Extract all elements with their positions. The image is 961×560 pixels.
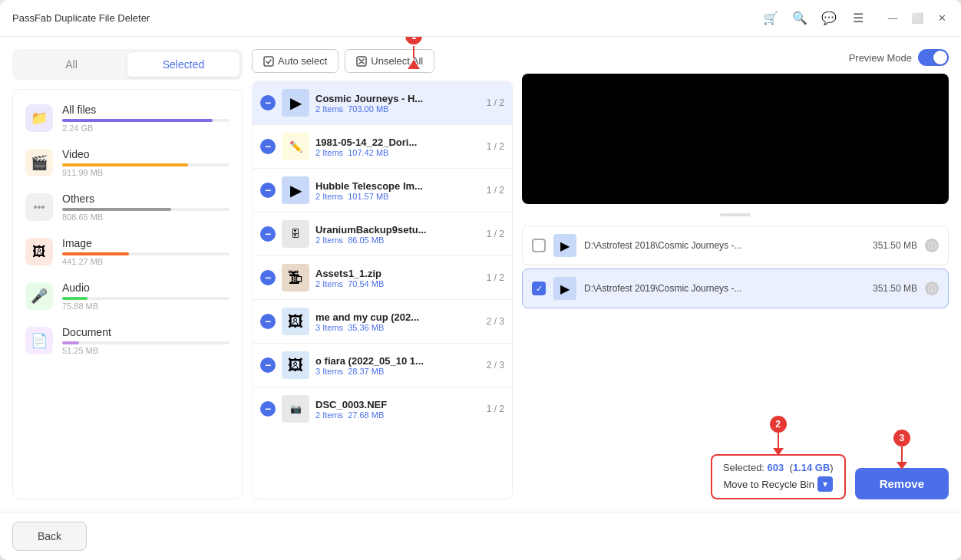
filetype-document-name: Document bbox=[62, 326, 230, 338]
file-item-5[interactable]: − 🖼 me and my cup (202... 3 Items 35.36 … bbox=[253, 300, 512, 344]
file-count-4: 1 / 2 bbox=[487, 272, 504, 283]
minus-btn-0[interactable]: − bbox=[260, 95, 276, 110]
minus-btn-1[interactable]: − bbox=[260, 139, 276, 154]
filetype-image[interactable]: 🖼 Image 441.27 MB bbox=[13, 229, 242, 274]
filetype-audio[interactable]: 🎤 Audio 75.88 MB bbox=[13, 274, 242, 318]
minus-btn-6[interactable]: − bbox=[260, 357, 276, 373]
tab-selected[interactable]: Selected bbox=[127, 52, 239, 77]
window-controls: — ⬜ ✕ bbox=[886, 12, 949, 25]
svg-rect-4 bbox=[264, 57, 273, 66]
close-button[interactable]: ✕ bbox=[935, 12, 949, 25]
compare-file-icon-0: ▶ bbox=[553, 234, 576, 257]
file-thumb-7: 📷 bbox=[282, 395, 309, 423]
auto-select-button[interactable]: Auto select bbox=[252, 49, 338, 73]
menu-icon[interactable]: ☰ bbox=[850, 11, 866, 26]
compare-row-1[interactable]: ▶ D:\Astrofest 2019\Cosmic Journeys -...… bbox=[522, 268, 949, 308]
tab-all[interactable]: All bbox=[15, 52, 127, 77]
filetype-image-size: 441.27 MB bbox=[62, 257, 230, 266]
filetype-audio-icon: 🎤 bbox=[25, 282, 53, 310]
file-name-0: Cosmic Journeys - H... bbox=[315, 93, 480, 104]
file-name-3: UraniumBackup9setu... bbox=[315, 224, 480, 236]
svg-point-0 bbox=[34, 206, 37, 209]
compare-row-0[interactable]: ▶ D:\Astrofest 2018\Cosmic Journeys -...… bbox=[522, 226, 949, 265]
badge-3-container: 3 Remove bbox=[855, 468, 949, 499]
file-list: − ▶ Cosmic Journeys - H... 2 Items 703.0… bbox=[252, 81, 513, 499]
compare-checkbox-1[interactable] bbox=[532, 282, 546, 295]
file-info-7: DSC_0003.NEF 2 Items 27.68 MB bbox=[315, 399, 480, 420]
file-name-6: o fiara (2022_05_10 1... bbox=[315, 355, 480, 367]
selected-info-top: Selected: 603 (1.14 GB) bbox=[723, 462, 834, 473]
svg-marker-7 bbox=[897, 462, 907, 469]
app-window: PassFab Duplicate File Deleter 🛒 🔍 💬 ☰ —… bbox=[0, 0, 961, 560]
minus-btn-7[interactable]: − bbox=[260, 401, 276, 417]
minus-btn-2[interactable]: − bbox=[260, 183, 276, 198]
filetype-image-name: Image bbox=[62, 237, 230, 249]
filetype-video[interactable]: 🎬 Video 911.99 MB bbox=[13, 140, 242, 185]
compare-checkbox-0[interactable] bbox=[532, 239, 546, 252]
svg-marker-3 bbox=[408, 60, 420, 69]
filetype-video-size: 911.99 MB bbox=[62, 168, 230, 177]
svg-marker-6 bbox=[773, 448, 784, 456]
file-item-3[interactable]: − 🗄 UraniumBackup9setu... 2 Items 86.05 … bbox=[253, 212, 512, 256]
filetype-video-name: Video bbox=[62, 148, 230, 160]
file-thumb-0: ▶ bbox=[282, 89, 309, 117]
file-item-6[interactable]: − 🖼 o fiara (2022_05_10 1... 3 Items 28.… bbox=[253, 344, 512, 387]
filetype-others-info: Others 808.65 MB bbox=[62, 193, 230, 222]
preview-header: Preview Mode bbox=[522, 49, 949, 66]
file-item-7[interactable]: − 📷 DSC_0003.NEF 2 Items 27.68 MB 1 / 2 bbox=[253, 387, 512, 430]
file-name-5: me and my cup (202... bbox=[315, 311, 480, 323]
filetype-others[interactable]: Others 808.65 MB bbox=[13, 185, 242, 229]
filetype-all[interactable]: 📁 All files 2.24 GB bbox=[13, 96, 242, 140]
dropdown-arrow[interactable]: ▾ bbox=[817, 476, 833, 492]
file-meta-6: 3 Items 28.37 MB bbox=[315, 367, 480, 376]
minus-btn-5[interactable]: − bbox=[260, 314, 276, 329]
file-item-0[interactable]: − ▶ Cosmic Journeys - H... 2 Items 703.0… bbox=[253, 81, 512, 125]
file-name-1: 1981-05-14_22_Dori... bbox=[315, 137, 480, 148]
file-count-3: 1 / 2 bbox=[487, 229, 504, 239]
filetype-image-icon: 🖼 bbox=[25, 238, 53, 265]
file-count-7: 1 / 2 bbox=[487, 404, 504, 414]
minus-btn-3[interactable]: − bbox=[260, 226, 276, 242]
filetype-audio-size: 75.88 MB bbox=[62, 301, 230, 311]
minus-btn-4[interactable]: − bbox=[260, 270, 276, 285]
maximize-button[interactable]: ⬜ bbox=[910, 12, 924, 25]
divider-handle bbox=[720, 213, 751, 216]
preview-mode-label: Preview Mode bbox=[849, 52, 912, 64]
file-meta-5: 3 Items 35.36 MB bbox=[315, 323, 480, 332]
file-meta-2: 2 Items 101.57 MB bbox=[315, 192, 480, 201]
file-count-0: 1 / 2 bbox=[487, 97, 504, 108]
preview-toggle[interactable] bbox=[918, 49, 949, 66]
cart-icon[interactable]: 🛒 bbox=[763, 11, 778, 26]
file-item-1[interactable]: − ✏️ 1981-05-14_22_Dori... 2 Items 107.4… bbox=[253, 125, 512, 169]
title-bar-right: 🛒 🔍 💬 ☰ — ⬜ ✕ bbox=[763, 11, 949, 26]
selected-info-bottom: Move to Recycle Bin ▾ bbox=[723, 476, 834, 492]
file-type-list: 📁 All files 2.24 GB 🎬 Video 911.99 MB bbox=[12, 89, 243, 499]
file-meta-3: 2 Items 86.05 MB bbox=[315, 236, 480, 245]
file-thumb-1: ✏️ bbox=[282, 133, 309, 160]
filetype-all-info: All files 2.24 GB bbox=[62, 104, 230, 133]
file-count-2: 1 / 2 bbox=[487, 185, 504, 196]
title-bar-left: PassFab Duplicate File Deleter bbox=[12, 12, 150, 24]
app-title: PassFab Duplicate File Deleter bbox=[12, 12, 150, 24]
filetype-document[interactable]: 📄 Document 51.25 MB bbox=[13, 318, 242, 363]
file-count-1: 1 / 2 bbox=[487, 141, 504, 152]
remove-button[interactable]: Remove bbox=[855, 468, 949, 499]
compare-info-icon-0[interactable]: ⓘ bbox=[925, 239, 939, 252]
tab-switcher: All Selected bbox=[12, 49, 243, 80]
toggle-knob bbox=[933, 51, 947, 64]
badge-3: 3 bbox=[893, 430, 910, 446]
chat-icon[interactable]: 💬 bbox=[821, 11, 837, 26]
file-thumb-6: 🖼 bbox=[282, 351, 309, 379]
filetype-all-name: All files bbox=[62, 104, 230, 116]
minimize-button[interactable]: — bbox=[886, 12, 900, 25]
file-item-2[interactable]: − ▶ Hubble Telescope Im... 2 Items 101.5… bbox=[253, 169, 512, 212]
back-button[interactable]: Back bbox=[12, 522, 87, 551]
file-item-4[interactable]: − 🗜 Assets1_1.zip 2 Items 70.54 MB 1 / 2 bbox=[253, 256, 512, 300]
search-icon[interactable]: 🔍 bbox=[792, 11, 807, 26]
compare-file-size-1: 351.50 MB bbox=[873, 283, 917, 294]
autoselect-icon bbox=[263, 56, 274, 67]
right-panel: Preview Mode ▶ D:\Astrofest 2018\Cosmic … bbox=[522, 49, 949, 499]
compare-info-icon-1[interactable]: ⓘ bbox=[925, 282, 939, 295]
svg-point-1 bbox=[38, 206, 41, 209]
main-content: All Selected 📁 All files 2.24 GB 🎬 bbox=[0, 37, 961, 512]
